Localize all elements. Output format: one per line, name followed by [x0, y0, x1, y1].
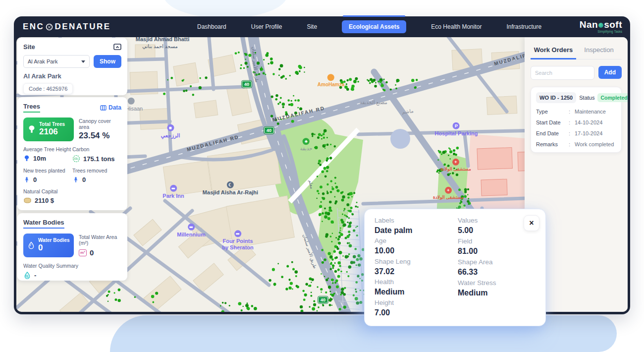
data-link[interactable]: Data: [100, 104, 121, 111]
map-label: معلم: [308, 179, 315, 189]
popup-col-1: LabelsDate palmAge10.00Shape Leng37.02He…: [375, 216, 458, 319]
work-order-field: End Date:17-10-2024: [536, 130, 616, 136]
svg-text:CO₂: CO₂: [74, 158, 79, 160]
work-order-id: WO ID - 1250: [536, 92, 576, 103]
popup-pair: Age10.00: [375, 236, 458, 257]
nav-user-profile[interactable]: User Profile: [251, 23, 282, 30]
brand-tagline: Simplifying Tasks: [580, 30, 622, 34]
map-label: ☾Masjid Aisha Ar-Rajhi: [203, 181, 258, 196]
map-label: 40: [318, 296, 328, 303]
avg-height-label: Average Tree Height: [23, 146, 72, 152]
background-blob-top: [163, 0, 287, 18]
logo-text-post: DENATURE: [54, 22, 110, 32]
nav-site[interactable]: Site: [307, 23, 317, 30]
work-order-card[interactable]: WO ID - 1250 Status Completed Type:Maint…: [531, 87, 622, 153]
collapse-panel-icon[interactable]: [113, 44, 121, 51]
map-label: 40: [264, 127, 274, 134]
map-label: AmoHamza: [318, 74, 344, 88]
tab-work-orders[interactable]: Work Orders: [531, 43, 576, 59]
encodenature-logo: ENCDENATURE: [23, 22, 111, 32]
table-icon: [100, 105, 107, 111]
tree-height-icon: [23, 155, 30, 162]
hotel-icon: [234, 230, 241, 237]
nav-items: Dashboard User Profile Site Ecological A…: [197, 20, 541, 33]
work-order-field: Type:Maintenance: [536, 109, 616, 115]
popup-col-2: Values5.00Field81.00Shape Area66.33Water…: [458, 216, 522, 319]
planted-label: New trees planted: [23, 168, 72, 174]
map-label: طريق الأمير سلمان: [251, 47, 260, 83]
metro-icon: [167, 124, 174, 131]
map-label: +مستشفى الولادة: [440, 159, 471, 172]
mosque-icon: ☾: [227, 181, 234, 188]
map-label: PHospital Parking: [435, 122, 478, 137]
tree-removed-icon: [72, 176, 79, 183]
water-quality-label: Water Quality Summary: [23, 263, 121, 269]
water-quality-icon: [23, 271, 31, 280]
trees-title: Trees: [23, 103, 40, 113]
natural-capital-value: 2110 $: [35, 197, 54, 204]
nav-eco-health-monitor[interactable]: Eco Health Monitor: [431, 23, 482, 30]
water-title: Water Bodies: [23, 219, 64, 229]
total-trees-label: Total Trees: [39, 121, 65, 127]
map-label: MUZDALIFAH RD: [186, 134, 240, 152]
site-card-title: Site: [23, 43, 35, 51]
avg-height-value: 10m: [33, 155, 46, 162]
popup-pair: Field81.00: [458, 237, 522, 258]
popup-pair: Shape Leng37.02: [375, 257, 458, 278]
site-select[interactable]: Al Arak Park: [23, 55, 90, 68]
trees-card: Trees Data Total Trees 2106 Canopy cover…: [17, 97, 127, 210]
chevron-down-icon: [81, 60, 85, 63]
total-water-area-value: 0: [90, 248, 94, 257]
hotel-icon: [188, 224, 195, 231]
parking-icon: P: [453, 122, 460, 129]
status-label: Status: [579, 95, 594, 101]
brand-name-pre: Nan: [580, 19, 598, 30]
total-trees-value: 2106: [39, 127, 65, 137]
work-order-fields: Type:MaintenanceStart Date:14-10-2024End…: [536, 109, 616, 147]
top-navbar: ENCDENATURE Dashboard User Profile Site …: [14, 16, 630, 37]
map-label: Park Inn: [162, 185, 184, 199]
circle-icon: [128, 98, 135, 105]
map-label: ماشم: [402, 108, 414, 115]
tree-icon: [27, 124, 36, 134]
map-label: MUZDALIFAH RD: [272, 105, 325, 123]
site-select-value: Al Arak Park: [28, 59, 58, 64]
leaf-globe-icon: [46, 23, 53, 31]
redcross-icon: +: [445, 187, 452, 194]
water-bodies-card: Water Bodies Water Bodies 0 Total Water …: [17, 213, 127, 281]
search-input[interactable]: [531, 66, 594, 80]
tree-info-popup: LabelsDate palmAge10.00Shape Leng37.02He…: [364, 209, 546, 326]
square-meter-icon: m²: [79, 249, 87, 256]
site-code-chip: Code : 4625976: [23, 83, 73, 94]
nanosoft-logo: Nansoft Simplifying Tasks: [580, 20, 622, 34]
redcross-icon: +: [452, 159, 459, 166]
nav-ecological-assets[interactable]: Ecological Assets: [342, 20, 406, 33]
logo-text-pre: ENC: [23, 22, 44, 32]
brand-name-post: soft: [604, 19, 622, 30]
add-button[interactable]: Add: [598, 66, 622, 79]
popup-pair: Values5.00: [458, 216, 522, 237]
work-order-field: Remarks:Work completed: [536, 141, 616, 147]
tree-planted-icon: [23, 176, 30, 183]
nav-dashboard[interactable]: Dashboard: [197, 23, 226, 30]
show-button[interactable]: Show: [94, 55, 121, 68]
close-icon[interactable]: ×: [524, 215, 539, 231]
popup-pair: Height7.00: [375, 298, 458, 319]
popup-pair: LabelsDate palm: [375, 216, 458, 236]
status-badge: Completed: [597, 93, 628, 102]
carbon-label: Carbon: [72, 146, 121, 152]
removed-value: 0: [82, 176, 86, 183]
tab-inspection[interactable]: Inspection: [576, 43, 622, 59]
map-label: طريق الأمير سلمان: [302, 234, 318, 269]
map-label: مسجد احمد بناتي: [142, 44, 178, 50]
canopy-value: 23.54 %: [79, 131, 121, 141]
map-label: الرزجعي: [161, 124, 180, 139]
popup-pair: HealthMedium: [375, 278, 458, 298]
nav-infrastructure[interactable]: Infrastructure: [506, 23, 541, 30]
carbon-value: 175.1 tons: [83, 155, 115, 163]
canopy-label: Canopy cover area: [79, 118, 121, 130]
map-label: Millennium: [177, 224, 205, 238]
map-label: 40: [242, 81, 252, 88]
co2-icon: CO₂: [72, 155, 80, 163]
money-icon: [23, 197, 32, 204]
